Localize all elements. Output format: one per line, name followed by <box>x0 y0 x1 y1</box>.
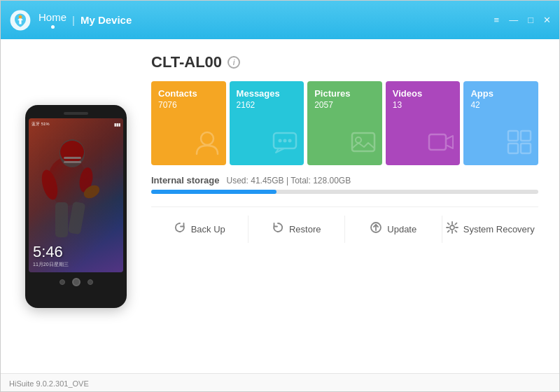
update-icon <box>370 221 382 237</box>
maximize-button[interactable]: □ <box>528 15 533 25</box>
main-content: 蓝牙 51% ▮▮▮ 5:46 11月20日星期三 CLT-AL00 i <box>1 39 559 373</box>
device-panel: CLT-AL00 i Contacts 7076 Messages 2162 <box>151 53 538 359</box>
svg-point-14 <box>279 139 282 143</box>
window-controls: ≡ — □ ✕ <box>494 15 551 25</box>
svg-point-25 <box>450 225 454 230</box>
action-buttons: Back Up Restore <box>151 206 538 243</box>
app-logo <box>9 9 31 31</box>
close-button[interactable]: ✕ <box>543 15 551 25</box>
backup-icon <box>174 221 186 237</box>
title-left: Home | My Device <box>9 9 132 31</box>
tiles-grid: Contacts 7076 Messages 2162 <box>151 81 538 165</box>
tile-apps-count: 42 <box>470 100 531 110</box>
tile-contacts-label: Contacts <box>158 88 219 99</box>
svg-rect-10 <box>55 202 68 237</box>
svg-rect-5 <box>64 157 81 159</box>
svg-rect-19 <box>429 134 446 150</box>
svg-point-18 <box>356 137 361 143</box>
phone-back-btn <box>59 279 65 285</box>
nav-separator: | <box>72 14 75 26</box>
contacts-tile-icon <box>194 129 220 160</box>
storage-bar-fill <box>151 190 276 194</box>
phone-screen: 蓝牙 51% ▮▮▮ 5:46 11月20日星期三 <box>29 118 123 272</box>
tile-videos[interactable]: Videos 13 <box>386 81 461 165</box>
tile-videos-label: Videos <box>393 88 454 99</box>
device-name-row: CLT-AL00 i <box>151 53 538 71</box>
phone-screen-image: 蓝牙 51% ▮▮▮ 5:46 11月20日星期三 <box>29 118 123 272</box>
info-icon[interactable]: i <box>227 56 240 69</box>
system-recovery-icon <box>446 221 458 237</box>
update-label: Update <box>387 224 416 234</box>
version-text: HiSuite 9.0.2.301_OVE <box>9 379 89 388</box>
phone-speaker <box>64 112 88 115</box>
phone-signal: ▮▮▮ <box>114 122 120 127</box>
home-nav-label[interactable]: Home <box>38 11 66 23</box>
svg-rect-6 <box>64 161 81 163</box>
tile-pictures[interactable]: Pictures 2057 <box>307 81 382 165</box>
minimize-button[interactable]: — <box>509 15 518 25</box>
restore-label: Restore <box>289 224 321 234</box>
phone-home-btn <box>72 278 80 286</box>
pictures-tile-icon <box>350 129 377 160</box>
svg-point-12 <box>201 132 214 145</box>
apps-tile-icon <box>506 129 533 160</box>
storage-bar-bg <box>151 190 538 194</box>
storage-label: Internal storage <box>151 175 220 186</box>
tile-contacts-count: 7076 <box>158 100 219 110</box>
storage-label-row: Internal storage Used: 41.45GB | Total: … <box>151 175 538 186</box>
phone-mockup: 蓝牙 51% ▮▮▮ 5:46 11月20日星期三 <box>25 105 127 308</box>
nav-home[interactable]: Home <box>38 11 66 29</box>
videos-tile-icon <box>428 129 454 160</box>
svg-rect-20 <box>508 131 518 141</box>
tile-pictures-count: 2057 <box>314 100 375 110</box>
tile-messages-count: 2162 <box>237 100 298 110</box>
svg-point-15 <box>284 139 287 143</box>
svg-rect-11 <box>68 201 86 234</box>
restore-button[interactable]: Restore <box>248 216 346 243</box>
phone-container: 蓝牙 51% ▮▮▮ 5:46 11月20日星期三 <box>22 53 130 359</box>
tile-pictures-label: Pictures <box>314 88 375 99</box>
update-button[interactable]: Update <box>345 216 442 243</box>
system-recovery-button[interactable]: System Recovery <box>442 216 539 243</box>
svg-rect-21 <box>521 131 531 141</box>
svg-point-16 <box>288 139 292 143</box>
home-active-dot <box>51 25 55 29</box>
svg-rect-23 <box>521 144 531 153</box>
tile-contacts[interactable]: Contacts 7076 <box>151 81 226 165</box>
svg-rect-22 <box>508 144 518 153</box>
backup-button[interactable]: Back Up <box>151 216 248 243</box>
nav-breadcrumb: Home | My Device <box>38 11 132 29</box>
tile-messages-label: Messages <box>237 88 298 99</box>
phone-battery: 蓝牙 51% <box>31 121 50 127</box>
my-device-nav-label[interactable]: My Device <box>80 14 132 26</box>
storage-section: Internal storage Used: 41.45GB | Total: … <box>151 175 538 194</box>
tile-apps-label: Apps <box>470 88 531 99</box>
phone-bottom-bar <box>29 275 123 289</box>
system-recovery-label: System Recovery <box>463 224 535 234</box>
svg-point-4 <box>60 141 84 163</box>
phone-time: 5:46 <box>33 243 119 261</box>
tile-messages[interactable]: Messages 2162 <box>230 81 304 165</box>
storage-values: Used: 41.45GB | Total: 128.00GB <box>227 176 351 186</box>
tile-apps[interactable]: Apps 42 <box>463 81 538 165</box>
restore-icon <box>272 221 284 237</box>
status-bar: HiSuite 9.0.2.301_OVE <box>1 373 559 392</box>
tile-videos-count: 13 <box>393 100 454 110</box>
svg-point-1 <box>19 15 22 18</box>
phone-date: 11月20日星期三 <box>33 261 119 268</box>
backup-label: Back Up <box>191 224 225 234</box>
title-bar: Home | My Device ≡ — □ ✕ <box>1 1 559 39</box>
phone-recents-btn <box>88 279 93 285</box>
device-name: CLT-AL00 <box>151 53 222 71</box>
messages-tile-icon <box>272 129 298 160</box>
menu-icon[interactable]: ≡ <box>494 15 500 25</box>
phone-status-bar: 蓝牙 51% ▮▮▮ <box>31 121 120 127</box>
svg-rect-17 <box>352 133 374 151</box>
